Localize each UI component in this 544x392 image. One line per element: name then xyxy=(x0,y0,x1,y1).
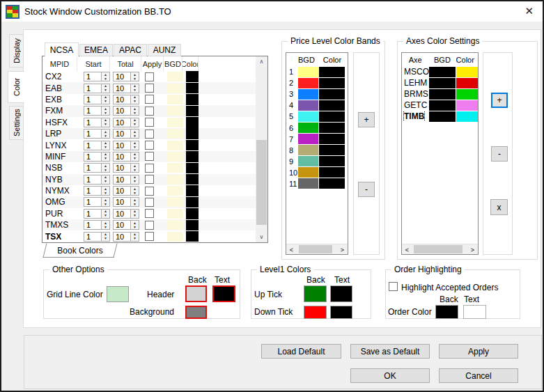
start-value[interactable]: 1 xyxy=(84,175,101,184)
spinner-arrows[interactable]: ▲▼ xyxy=(130,210,139,218)
spin-down-icon[interactable]: ▼ xyxy=(131,100,139,104)
spin-down-icon[interactable]: ▼ xyxy=(102,100,109,104)
bgd-swatch[interactable] xyxy=(167,152,183,162)
spin-down-icon[interactable]: ▼ xyxy=(102,202,109,206)
spin-down-icon[interactable]: ▼ xyxy=(131,111,139,115)
apply-checkbox[interactable] xyxy=(145,209,154,218)
spin-down-icon[interactable]: ▼ xyxy=(102,146,109,150)
apply-checkbox[interactable] xyxy=(145,198,154,207)
start-value[interactable]: 1 xyxy=(84,221,101,229)
bgd-swatch[interactable] xyxy=(167,106,183,116)
color-swatch[interactable] xyxy=(186,231,199,242)
spin-down-icon[interactable]: ▼ xyxy=(102,225,109,229)
spinner-arrows[interactable]: ▲▼ xyxy=(101,72,109,81)
total-spinner[interactable]: 10 ▲▼ xyxy=(113,152,139,162)
ok-button[interactable]: OK xyxy=(350,368,430,383)
apply-checkbox[interactable] xyxy=(145,84,154,93)
start-value[interactable]: 1 xyxy=(84,107,101,115)
color-swatch[interactable] xyxy=(186,140,199,151)
spinner-arrows[interactable]: ▲▼ xyxy=(101,84,109,93)
axe-label[interactable]: LEHM xyxy=(404,78,427,88)
color-swatch[interactable] xyxy=(456,111,478,122)
add-axe-button[interactable]: + xyxy=(491,93,508,108)
bgd-swatch[interactable] xyxy=(167,175,183,185)
total-spinner[interactable]: 10 ▲▼ xyxy=(113,220,139,230)
bgd-swatch[interactable] xyxy=(167,84,183,93)
bgd-swatch[interactable] xyxy=(298,78,318,88)
color-swatch[interactable] xyxy=(186,174,199,185)
spinner-arrows[interactable]: ▲▼ xyxy=(101,95,109,104)
order-text-swatch[interactable] xyxy=(463,305,486,319)
spinner-arrows[interactable]: ▲▼ xyxy=(101,141,109,150)
bgd-swatch[interactable] xyxy=(298,123,318,133)
total-value[interactable]: 10 xyxy=(114,164,130,172)
start-spinner[interactable]: 1 ▲▼ xyxy=(84,129,110,139)
scrollbar-thumb[interactable] xyxy=(299,245,332,253)
spin-down-icon[interactable]: ▼ xyxy=(102,88,109,93)
start-spinner[interactable]: 1 ▲▼ xyxy=(84,220,110,230)
total-value[interactable]: 10 xyxy=(114,141,130,150)
spin-down-icon[interactable]: ▼ xyxy=(131,77,139,81)
total-spinner[interactable]: 10 ▲▼ xyxy=(113,129,139,139)
bgd-swatch[interactable] xyxy=(167,95,183,104)
total-value[interactable]: 10 xyxy=(114,210,130,218)
spinner-arrows[interactable]: ▲▼ xyxy=(101,233,109,241)
start-value[interactable]: 1 xyxy=(84,72,101,81)
start-value[interactable]: 1 xyxy=(84,152,101,161)
close-icon[interactable]: ✕ xyxy=(524,5,534,17)
total-value[interactable]: 10 xyxy=(114,221,130,229)
total-value[interactable]: 10 xyxy=(114,198,130,206)
tab-ncsa[interactable]: NCSA xyxy=(45,42,79,56)
apply-checkbox[interactable] xyxy=(145,152,154,161)
scrollbar-thumb[interactable] xyxy=(414,245,463,253)
total-value[interactable]: 10 xyxy=(114,175,130,184)
spinner-arrows[interactable]: ▲▼ xyxy=(101,210,109,218)
total-value[interactable]: 10 xyxy=(114,233,130,241)
color-swatch[interactable] xyxy=(456,89,478,100)
add-band-button[interactable]: + xyxy=(358,112,375,127)
color-swatch[interactable] xyxy=(186,71,199,82)
header-back-swatch[interactable] xyxy=(185,285,207,302)
spin-down-icon[interactable]: ▼ xyxy=(102,77,109,81)
tab-color[interactable]: Color xyxy=(8,71,24,103)
apply-checkbox[interactable] xyxy=(145,141,154,150)
color-swatch[interactable] xyxy=(186,128,199,139)
spin-down-icon[interactable]: ▼ xyxy=(131,237,139,241)
horizontal-scrollbar[interactable]: < > xyxy=(402,244,478,254)
tab-book-colors[interactable]: Book Colors xyxy=(42,243,117,258)
start-spinner[interactable]: 1 ▲▼ xyxy=(84,84,110,93)
save-as-default-button[interactable]: Save as Default xyxy=(350,344,430,359)
bgd-swatch[interactable] xyxy=(298,156,318,166)
tab-display[interactable]: Display xyxy=(9,34,24,68)
color-swatch[interactable] xyxy=(186,94,199,105)
total-spinner[interactable]: 10 ▲▼ xyxy=(113,118,139,127)
start-spinner[interactable]: 1 ▲▼ xyxy=(84,186,110,196)
start-value[interactable]: 1 xyxy=(84,164,101,172)
spin-down-icon[interactable]: ▼ xyxy=(102,157,109,161)
scroll-up-icon[interactable]: ∧ xyxy=(256,56,267,67)
bgd-swatch[interactable] xyxy=(167,141,183,150)
load-default-button[interactable]: Load Default xyxy=(261,344,341,359)
start-spinner[interactable]: 1 ▲▼ xyxy=(84,118,110,127)
spinner-arrows[interactable]: ▲▼ xyxy=(101,221,109,229)
order-back-swatch[interactable] xyxy=(435,305,458,319)
apply-checkbox[interactable] xyxy=(145,95,154,104)
color-swatch[interactable] xyxy=(319,156,345,166)
color-swatch[interactable] xyxy=(186,83,199,94)
tab-settings[interactable]: Settings xyxy=(9,106,24,140)
spinner-arrows[interactable]: ▲▼ xyxy=(130,141,139,150)
start-value[interactable]: 1 xyxy=(84,198,101,206)
spinner-arrows[interactable]: ▲▼ xyxy=(130,95,139,104)
color-swatch[interactable] xyxy=(456,67,478,77)
spinner-arrows[interactable]: ▲▼ xyxy=(130,187,139,195)
total-value[interactable]: 10 xyxy=(114,152,130,161)
up-tick-back-swatch[interactable] xyxy=(304,285,327,302)
scrollbar-thumb[interactable] xyxy=(256,140,267,225)
spinner-arrows[interactable]: ▲▼ xyxy=(101,187,109,195)
bgd-swatch[interactable] xyxy=(167,118,183,127)
color-swatch[interactable] xyxy=(186,151,199,162)
apply-checkbox[interactable] xyxy=(145,175,154,184)
color-swatch[interactable] xyxy=(319,178,345,189)
bgd-swatch[interactable] xyxy=(167,232,183,242)
start-spinner[interactable]: 1 ▲▼ xyxy=(84,197,110,207)
